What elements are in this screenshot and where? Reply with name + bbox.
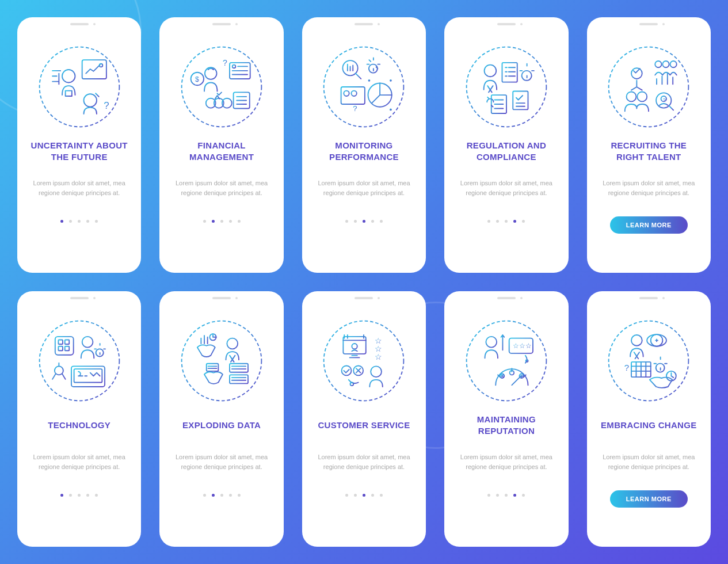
pagination-dot[interactable] [86,494,89,497]
svg-point-59 [324,321,404,401]
card-illustration-icon: ☆☆☆ [463,318,550,404]
svg-text:$: $ [195,75,199,83]
learn-more-button[interactable]: LEARN MORE [610,216,688,234]
pagination-dot[interactable] [505,494,508,497]
card-illustration-icon [463,44,550,130]
onboarding-card-5: TECHNOLOGYLorem ipsum dolor sit amet, me… [17,291,141,547]
pagination-dot[interactable] [229,494,232,497]
card-description: Lorem ipsum dolor sit amet, mea regione … [28,178,131,206]
onboarding-card-0: ?UNCERTAINTY ABOUTTHE FUTURELorem ipsum … [17,17,141,273]
svg-text:?: ? [663,97,666,103]
pagination-dot[interactable] [487,220,490,223]
pagination-dot[interactable] [380,220,383,223]
svg-point-28 [467,47,547,127]
card-title: CUSTOMER SERVICE [318,413,410,437]
svg-rect-45 [58,340,63,344]
onboarding-card-3: REGULATION ANDCOMPLIANCELorem ipsum dolo… [444,17,568,273]
pagination-dot[interactable] [371,220,374,223]
svg-point-39 [670,61,677,67]
pagination-dot[interactable] [69,494,72,497]
pagination-dot[interactable] [212,494,215,497]
pagination-dot[interactable] [371,494,374,497]
pagination-dots[interactable] [345,220,383,223]
pagination-dot[interactable] [363,494,365,497]
pagination-dots[interactable] [60,494,98,497]
pagination-dots[interactable] [60,220,98,223]
pagination-dot[interactable] [78,220,81,223]
svg-text:☆: ☆ [375,352,382,361]
pagination-dot[interactable] [60,494,63,497]
pagination-dot[interactable] [238,494,241,497]
svg-point-78 [631,335,642,346]
card-illustration-icon: $? [178,44,265,130]
pagination-dot[interactable] [505,220,508,223]
card-description: Lorem ipsum dolor sit amet, mea regione … [455,178,558,206]
card-illustration-icon: ? [321,44,407,130]
pagination-dot[interactable] [354,220,357,223]
pagination-dot[interactable] [212,220,215,223]
onboarding-card-2: ?MONITORINGPERFORMANCELorem ipsum dolor … [302,17,426,273]
svg-point-69 [467,321,547,401]
pagination-dot[interactable] [363,220,365,223]
svg-rect-48 [64,346,69,351]
card-description: Lorem ipsum dolor sit amet, mea regione … [170,452,273,480]
onboarding-card-7: ☆☆☆CUSTOMER SERVICELorem ipsum dolor sit… [302,291,426,547]
svg-point-43 [39,321,119,401]
pagination-dot[interactable] [60,220,63,223]
card-illustration-icon [36,318,123,404]
pagination-dot[interactable] [354,494,357,497]
svg-text:?: ? [104,100,109,111]
svg-rect-47 [58,346,63,351]
svg-point-70 [486,337,497,348]
svg-point-68 [350,383,354,386]
card-description: Lorem ipsum dolor sit amet, mea regione … [597,178,700,206]
pagination-dot[interactable] [496,494,499,497]
pagination-dot[interactable] [229,220,232,223]
pagination-dot[interactable] [522,220,525,223]
svg-point-37 [655,61,662,67]
learn-more-button[interactable]: LEARN MORE [610,490,688,508]
svg-point-29 [484,65,496,77]
pagination-dot[interactable] [380,494,383,497]
pagination-dot[interactable] [220,494,223,497]
card-title: EMBRACING CHANGE [601,413,696,437]
pagination-dot[interactable] [69,220,72,223]
card-description: Lorem ipsum dolor sit amet, mea regione … [28,452,131,480]
card-description: Lorem ipsum dolor sit amet, mea regione … [597,452,700,480]
svg-point-26 [390,79,392,82]
svg-point-77 [609,321,689,401]
pagination-dot[interactable] [203,494,206,497]
card-description: Lorem ipsum dolor sit amet, mea regione … [170,178,273,206]
card-title: FINANCIALMANAGEMENT [189,139,254,163]
card-illustration-icon: ? [605,44,692,130]
card-illustration-icon [178,318,265,404]
pagination-dot[interactable] [345,220,348,223]
card-title: REGULATION ANDCOMPLIANCE [467,139,546,163]
pagination-dot[interactable] [238,220,241,223]
pagination-dot[interactable] [513,494,516,497]
pagination-dots[interactable] [203,494,241,497]
pagination-dots[interactable] [203,220,241,223]
svg-point-53 [182,321,262,401]
svg-point-36 [631,68,642,79]
pagination-dot[interactable] [513,220,516,223]
svg-text:☆☆☆: ☆☆☆ [513,342,532,350]
pagination-dot[interactable] [522,494,525,497]
pagination-dot[interactable] [345,494,348,497]
pagination-dot[interactable] [203,220,206,223]
pagination-dot[interactable] [487,494,490,497]
pagination-dots[interactable] [487,494,525,497]
card-illustration-icon: ? [605,318,692,404]
pagination-dots[interactable] [345,494,383,497]
pagination-dot[interactable] [86,220,89,223]
svg-point-33 [609,47,689,127]
svg-point-66 [342,365,352,375]
pagination-dot[interactable] [95,220,98,223]
card-title: MONITORINGPERFORMANCE [329,139,399,163]
svg-rect-56 [207,364,219,371]
pagination-dot[interactable] [78,494,81,497]
pagination-dot[interactable] [95,494,98,497]
pagination-dot[interactable] [496,220,499,223]
pagination-dot[interactable] [220,220,223,223]
pagination-dots[interactable] [487,220,525,223]
